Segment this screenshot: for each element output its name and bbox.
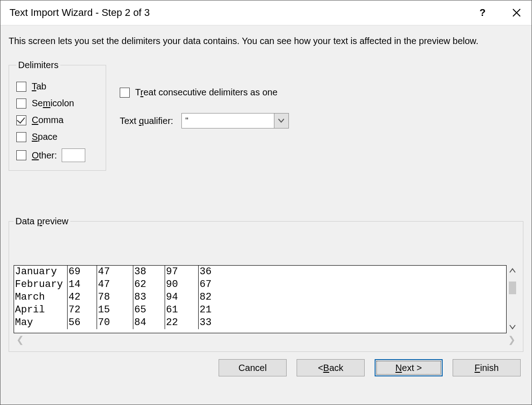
checkbox-space[interactable] [16, 132, 26, 142]
table-row: March4278839482 [14, 291, 506, 304]
scroll-left-icon[interactable]: ❮ [16, 334, 24, 345]
table-cell: 36 [199, 266, 226, 278]
table-cell: February [14, 278, 68, 291]
button-row: Cancel < Back Next > Finish [9, 352, 523, 376]
label-qualifier: Text qualifier: [120, 116, 173, 126]
scroll-down-icon[interactable] [509, 323, 516, 331]
delimiter-comma[interactable]: Comma [16, 115, 98, 125]
table-cell: 78 [97, 291, 133, 304]
help-icon[interactable]: ? [476, 7, 489, 19]
checkbox-tab[interactable] [16, 82, 26, 92]
other-delimiter-input[interactable] [62, 148, 85, 162]
table-cell: January [14, 266, 68, 278]
qualifier-value[interactable]: " [181, 113, 274, 128]
options-zone: Delimiters Tab Semicolon Comma Space [9, 60, 523, 171]
close-icon[interactable] [510, 8, 523, 17]
titlebar-controls: ? [476, 7, 523, 19]
preview-frame: January6947389736February1447629067March… [14, 265, 518, 333]
table-cell: 21 [199, 304, 226, 316]
table-cell: 38 [133, 266, 165, 278]
checkbox-treat[interactable] [120, 88, 130, 98]
right-options: Treat consecutive delimiters as one Text… [120, 60, 289, 128]
table-cell: 56 [68, 316, 97, 329]
table-cell: 84 [133, 316, 165, 329]
table-cell: 42 [68, 291, 97, 304]
table-cell: 94 [165, 291, 199, 304]
text-qualifier-row: Text qualifier: " [120, 113, 289, 128]
table-row: February1447629067 [14, 278, 506, 291]
label-space: Space [32, 132, 58, 142]
preview-hscrollbar[interactable]: ❮ ❯ [14, 333, 518, 346]
table-cell: 14 [68, 278, 97, 291]
scroll-right-icon[interactable]: ❯ [508, 334, 516, 345]
table-cell: 15 [97, 304, 133, 316]
preview-vscrollbar[interactable] [507, 265, 518, 333]
dialog-body: This screen lets you set the delimiters … [0, 25, 532, 405]
cancel-button[interactable]: Cancel [219, 359, 287, 376]
titlebar: Text Import Wizard - Step 2 of 3 ? [0, 0, 532, 25]
table-cell: 83 [133, 291, 165, 304]
delimiters-legend: Delimiters [16, 60, 60, 70]
table-cell: 72 [68, 304, 97, 316]
delimiter-tab[interactable]: Tab [16, 81, 98, 92]
table-cell: 62 [133, 278, 165, 291]
table-cell: 65 [133, 304, 165, 316]
checkbox-semicolon[interactable] [16, 99, 26, 109]
next-button[interactable]: Next > [375, 359, 443, 376]
qualifier-dropdown-button[interactable] [274, 113, 289, 128]
label-tab: Tab [32, 81, 46, 92]
table-cell: 67 [199, 278, 226, 291]
label-comma: Comma [32, 115, 63, 125]
label-treat: Treat consecutive delimiters as one [135, 87, 278, 98]
label-other: Other: [32, 150, 57, 161]
data-preview-legend: Data preview [14, 216, 70, 227]
table-cell: 33 [199, 316, 226, 329]
table-row: January6947389736 [14, 266, 506, 278]
table-cell: 82 [199, 291, 226, 304]
table-cell: 47 [97, 278, 133, 291]
table-cell: 61 [165, 304, 199, 316]
intro-text: This screen lets you set the delimiters … [9, 35, 523, 47]
delimiter-space[interactable]: Space [16, 132, 98, 142]
table-cell: April [14, 304, 68, 316]
scroll-thumb[interactable] [509, 282, 516, 294]
finish-button[interactable]: Finish [453, 359, 521, 376]
delimiters-group: Delimiters Tab Semicolon Comma Space [9, 60, 106, 171]
table-row: May5670842233 [14, 316, 506, 329]
table-cell: March [14, 291, 68, 304]
back-button[interactable]: < Back [297, 359, 365, 376]
dialog-title: Text Import Wizard - Step 2 of 3 [10, 7, 476, 19]
table-cell: May [14, 316, 68, 329]
scroll-up-icon[interactable] [509, 267, 516, 275]
table-cell: 47 [97, 266, 133, 278]
table-cell: 22 [165, 316, 199, 329]
data-preview-group: Data preview January6947389736February14… [9, 216, 523, 352]
table-cell: 90 [165, 278, 199, 291]
checkbox-comma[interactable] [16, 115, 26, 125]
qualifier-select[interactable]: " [181, 113, 289, 128]
text-import-wizard-dialog: Text Import Wizard - Step 2 of 3 ? This … [0, 0, 532, 405]
treat-consecutive-row[interactable]: Treat consecutive delimiters as one [120, 87, 289, 98]
table-cell: 70 [97, 316, 133, 329]
checkbox-other[interactable] [16, 150, 26, 160]
table-row: April7215656121 [14, 304, 506, 316]
label-semicolon: Semicolon [32, 98, 74, 109]
delimiter-other[interactable]: Other: [16, 148, 98, 162]
delimiter-semicolon[interactable]: Semicolon [16, 98, 98, 109]
preview-grid: January6947389736February1447629067March… [14, 265, 507, 333]
table-cell: 69 [68, 266, 97, 278]
table-cell: 97 [165, 266, 199, 278]
